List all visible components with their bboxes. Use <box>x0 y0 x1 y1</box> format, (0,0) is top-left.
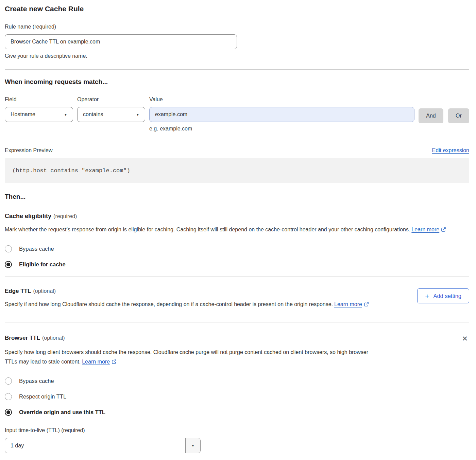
radio-icon[interactable] <box>5 245 12 252</box>
cache-eligibility-qualifier: (required) <box>53 213 77 219</box>
value-help: e.g. example.com <box>149 126 414 132</box>
radio-option-bypass-cache[interactable]: Bypass cache <box>5 245 469 252</box>
ttl-select-caret-box[interactable]: ▼ <box>185 438 200 453</box>
external-link-icon <box>441 226 446 235</box>
edge-ttl-section: Edge TTL(optional) Specify if and how lo… <box>5 288 469 310</box>
rule-name-section: Rule name (required) Give your rule a de… <box>5 24 469 59</box>
condition-buttons: And Or <box>419 96 469 123</box>
radio-icon[interactable] <box>5 409 12 416</box>
description-text: Specify if and how long Cloudflare shoul… <box>5 301 333 307</box>
value-column: Value e.g. example.com <box>149 96 414 132</box>
radio-option-bypass-cache[interactable]: Bypass cache <box>5 377 469 385</box>
match-condition-row: Field Hostname ▼ Operator contains ▼ Val… <box>5 96 469 132</box>
create-cache-rule-form: Create new Cache Rule Rule name (require… <box>0 0 476 453</box>
section-divider <box>5 69 469 70</box>
learn-more-link[interactable]: Learn more <box>334 301 362 307</box>
radio-option-label: Override origin and use this TTL <box>19 409 105 415</box>
external-link-icon <box>112 358 117 367</box>
learn-more-link[interactable]: Learn more <box>82 359 110 365</box>
edge-ttl-qualifier: (optional) <box>33 288 56 294</box>
field-label: Field <box>5 96 73 103</box>
edge-ttl-text: Edge TTL(optional) Specify if and how lo… <box>5 288 369 310</box>
browser-ttl-qualifier: (optional) <box>42 335 65 341</box>
cache-eligibility-description: Mark whether the request’s response from… <box>5 225 460 235</box>
plus-icon: + <box>425 293 429 300</box>
browser-ttl-description: Specify how long client browsers should … <box>5 348 375 367</box>
radio-option-label: Respect origin TTL <box>19 393 66 400</box>
cache-eligibility-heading: Cache eligibility <box>5 213 51 219</box>
ttl-input-section: Input time-to-live (TTL) (required) 1 da… <box>5 427 469 453</box>
expression-code: (http.host contains "example.com") <box>12 167 130 174</box>
edge-ttl-heading-row: Edge TTL(optional) <box>5 288 369 295</box>
field-select[interactable]: Hostname ▼ <box>5 107 73 122</box>
expression-preview-label: Expression Preview <box>5 147 53 154</box>
radio-option-label: Eligible for cache <box>19 261 66 268</box>
and-button[interactable]: And <box>419 108 443 123</box>
ttl-input-label: Input time-to-live (TTL) (required) <box>5 427 469 434</box>
operator-column: Operator contains ▼ <box>77 96 145 122</box>
radio-option-override-origin-ttl[interactable]: Override origin and use this TTL <box>5 409 469 416</box>
radio-option-eligible-for-cache[interactable]: Eligible for cache <box>5 261 469 268</box>
section-divider <box>5 277 469 277</box>
cache-eligibility-section: Cache eligibility(required) <box>5 213 469 220</box>
browser-ttl-heading-row: Browser TTL(optional) <box>5 335 65 341</box>
operator-label: Operator <box>77 96 145 103</box>
ttl-select-value: 1 day <box>5 438 185 453</box>
section-divider <box>5 322 469 322</box>
radio-icon[interactable] <box>5 393 12 400</box>
expression-preview-header: Expression Preview Edit expression <box>5 147 469 154</box>
rule-name-label: Rule name (required) <box>5 24 469 30</box>
radio-option-label: Bypass cache <box>19 246 54 252</box>
field-column: Field Hostname ▼ <box>5 96 73 122</box>
close-icon[interactable]: ✕ <box>462 335 468 342</box>
edge-ttl-heading: Edge TTL <box>5 288 31 294</box>
learn-more-link[interactable]: Learn more <box>411 227 439 232</box>
chevron-down-icon: ▼ <box>191 444 195 447</box>
description-text: Specify how long client browsers should … <box>5 349 368 365</box>
chevron-down-icon: ▼ <box>64 113 67 117</box>
expression-code-block: (http.host contains "example.com") <box>5 158 469 183</box>
browser-ttl-section-header: Browser TTL(optional) ✕ <box>5 335 469 342</box>
ttl-select[interactable]: 1 day ▼ <box>5 438 201 453</box>
external-link-icon <box>364 300 369 310</box>
then-heading: Then... <box>5 193 469 200</box>
page-title: Create new Cache Rule <box>5 5 469 13</box>
rule-name-input[interactable] <box>5 34 237 49</box>
add-setting-label: Add setting <box>433 293 461 299</box>
radio-option-label: Bypass cache <box>19 378 54 384</box>
browser-ttl-heading: Browser TTL <box>5 335 40 341</box>
description-text: Mark whether the request’s response from… <box>5 227 410 232</box>
operator-select-value: contains <box>83 111 103 118</box>
radio-icon[interactable] <box>5 261 12 268</box>
value-label: Value <box>149 96 414 103</box>
chevron-down-icon: ▼ <box>136 113 139 117</box>
radio-icon[interactable] <box>5 377 12 385</box>
match-heading: When incoming requests match... <box>5 78 469 86</box>
add-setting-button[interactable]: + Add setting <box>417 288 469 303</box>
cache-eligibility-options: Bypass cache Eligible for cache <box>5 245 469 268</box>
radio-option-respect-origin-ttl[interactable]: Respect origin TTL <box>5 393 469 400</box>
rule-name-help: Give your rule a descriptive name. <box>5 53 469 59</box>
browser-ttl-options: Bypass cache Respect origin TTL Override… <box>5 377 469 416</box>
field-select-value: Hostname <box>11 111 35 118</box>
operator-select[interactable]: contains ▼ <box>77 107 145 122</box>
or-button[interactable]: Or <box>448 108 469 123</box>
edit-expression-link[interactable]: Edit expression <box>432 147 469 154</box>
value-input[interactable] <box>149 107 414 122</box>
edge-ttl-description: Specify if and how long Cloudflare shoul… <box>5 300 369 310</box>
